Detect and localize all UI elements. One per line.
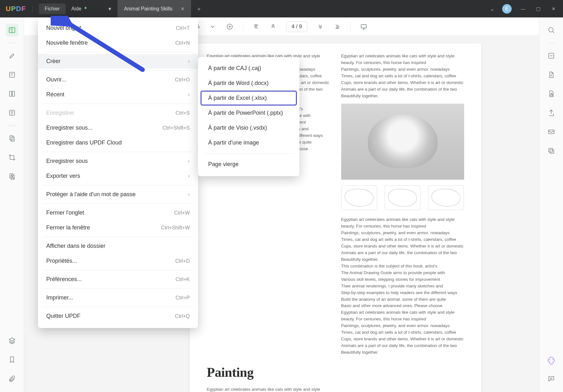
doc-text-block: Egyptian art celebrates animals like cat… — [207, 386, 330, 392]
new-tab-button[interactable]: ＋ — [191, 0, 207, 17]
svg-point-18 — [552, 359, 553, 360]
search-icon[interactable] — [545, 24, 558, 36]
tool-redact-icon[interactable] — [6, 170, 18, 183]
create-submenu-item[interactable]: À partir de Word (.docx) — [201, 76, 297, 91]
user-avatar[interactable]: E — [502, 4, 512, 14]
page-indicator[interactable]: 4 / 9 — [286, 21, 307, 32]
file-menu-item[interactable]: Ouvrir...Ctrl+O — [38, 72, 198, 87]
app-logo: UPDF — [6, 5, 26, 13]
file-menu-item[interactable]: Exporter vers› — [38, 169, 198, 183]
separator — [42, 270, 194, 270]
separator — [42, 307, 194, 307]
create-submenu-item[interactable]: À partir de Visio (.vsdx) — [201, 120, 297, 135]
title-overflow-chevron[interactable]: ⌄ — [490, 5, 495, 12]
last-page-icon[interactable] — [333, 22, 342, 31]
comments-icon[interactable] — [545, 372, 558, 385]
tool-reader-icon[interactable] — [6, 24, 18, 36]
file-menu-item[interactable]: Fermer l'ongletCtrl+W — [38, 205, 198, 220]
bookmark-icon[interactable] — [6, 353, 18, 366]
menu-item-shortcut: Ctrl+Shift+S — [163, 125, 190, 131]
file-menu-item[interactable]: Créer› — [38, 54, 198, 69]
separator — [243, 22, 243, 31]
chevron-right-icon: › — [188, 158, 190, 164]
svg-rect-5 — [10, 136, 13, 140]
file-menu-item[interactable]: Protéger à l'aide d'un mot de passe› — [38, 187, 198, 202]
first-page-icon[interactable] — [252, 22, 260, 31]
chevron-right-icon: › — [188, 58, 190, 65]
menu-item-label: Protéger à l'aide d'un mot de passe — [46, 191, 136, 198]
menu-item-label: Récent — [46, 91, 64, 98]
zoom-dropdown-icon[interactable] — [208, 22, 217, 31]
tool-highlight-icon[interactable] — [6, 49, 18, 62]
menu-item-shortcut: Ctrl+P — [176, 295, 190, 301]
svg-rect-3 — [12, 91, 15, 96]
ai-assistant-icon[interactable] — [546, 355, 557, 366]
window-minimize-icon[interactable]: ― — [519, 6, 527, 11]
svg-rect-16 — [550, 150, 554, 153]
tool-crop-icon[interactable] — [6, 151, 18, 164]
create-submenu-item[interactable]: À partir de Excel (.xlsx) — [201, 91, 297, 106]
right-sidebar — [539, 17, 563, 392]
tool-edit-text-icon[interactable] — [6, 68, 18, 81]
file-menu-item[interactable]: Enregistrer sous› — [38, 154, 198, 169]
tool-organize-icon[interactable] — [6, 132, 18, 145]
protect-icon[interactable] — [545, 87, 558, 100]
menu-item-label: Afficher dans le dossier — [46, 243, 106, 249]
menubar-file[interactable]: Fichier — [39, 3, 66, 14]
svg-rect-10 — [361, 24, 367, 28]
separator — [42, 52, 194, 52]
create-submenu-item[interactable]: À partir de PowerPoint (.pptx) — [201, 106, 297, 120]
file-menu-item[interactable]: Enregistrer dans UPDF Cloud — [38, 135, 198, 150]
file-menu-item[interactable]: Imprimer...Ctrl+P — [38, 290, 198, 305]
separator — [42, 203, 194, 204]
export-icon[interactable] — [545, 68, 558, 81]
menu-item-label: Enregistrer dans UPDF Cloud — [46, 139, 122, 146]
next-page-icon[interactable] — [316, 22, 324, 31]
menu-item-shortcut: Ctrl+K — [176, 277, 190, 282]
window-maximize-icon[interactable]: ▢ — [534, 6, 542, 12]
menu-item-shortcut: Ctrl+N — [175, 40, 190, 46]
create-submenu-item[interactable]: À partir de CAJ (.caj) — [201, 61, 297, 76]
separator — [350, 22, 351, 31]
document-tab[interactable]: Animal Painting Skills ✕ — [118, 0, 191, 17]
tool-form-icon[interactable] — [6, 106, 18, 119]
create-submenu-item[interactable]: À partir d'une image — [201, 135, 297, 150]
file-menu-item[interactable]: Quitter UPDFCtrl+Q — [38, 309, 198, 324]
attachment-icon[interactable] — [6, 372, 18, 385]
svg-rect-2 — [10, 91, 12, 96]
svg-rect-6 — [11, 137, 14, 141]
separator — [42, 152, 194, 152]
present-icon[interactable] — [360, 22, 368, 31]
file-menu-item[interactable]: Afficher dans le dossier — [38, 239, 198, 254]
ocr-icon[interactable] — [545, 49, 558, 62]
file-menu-item[interactable]: Propriétés...Ctrl+D — [38, 254, 198, 268]
menubar-help[interactable]: Aide — [66, 3, 92, 14]
layers-icon[interactable] — [6, 334, 18, 347]
menu-item-label: Exporter vers — [46, 173, 80, 179]
file-menu-item[interactable]: Récent› — [38, 87, 198, 102]
file-menu-item[interactable]: Fermer la fenêtreCtrl+Shift+W — [38, 220, 198, 235]
menu-item-label: Préférences... — [46, 276, 82, 283]
menu-item-shortcut: Ctrl+Shift+W — [161, 225, 190, 231]
page-total: 9 — [299, 23, 302, 29]
email-icon[interactable] — [545, 125, 558, 138]
file-menu-item[interactable]: Préférences...Ctrl+K — [38, 272, 198, 287]
share-icon[interactable] — [545, 106, 558, 119]
file-menu-item[interactable]: Nouvel ongletCtrl+T — [38, 21, 198, 35]
svg-point-11 — [549, 28, 553, 32]
file-menu-item[interactable]: Enregistrer sous...Ctrl+Shift+S — [38, 120, 198, 135]
page-sep: / — [296, 23, 297, 29]
tool-page-layout-icon[interactable] — [6, 87, 18, 100]
zoom-in-icon[interactable] — [226, 22, 234, 31]
menu-item-label: Enregistrer — [46, 110, 74, 116]
create-submenu-item[interactable]: Page vierge — [201, 157, 297, 172]
tab-list-dropdown[interactable]: ▾ — [102, 0, 118, 17]
separator — [42, 185, 194, 185]
file-menu-item[interactable]: Nouvelle fenêtreCtrl+N — [38, 35, 198, 50]
prev-page-icon[interactable] — [269, 22, 277, 31]
separator — [32, 5, 33, 12]
sketch-thumbnail — [428, 185, 464, 210]
close-tab-icon[interactable]: ✕ — [181, 6, 185, 12]
batch-icon[interactable] — [545, 145, 558, 157]
window-close-icon[interactable]: ✕ — [550, 6, 557, 12]
